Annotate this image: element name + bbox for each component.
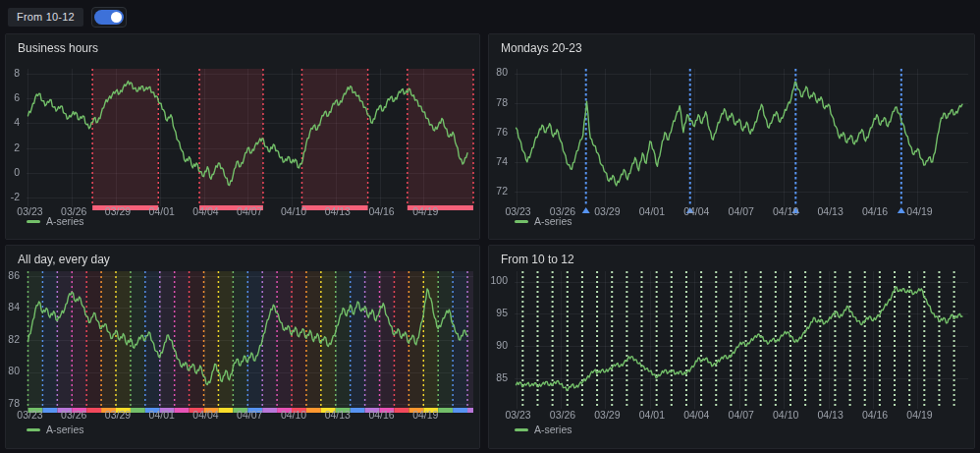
panel-title[interactable]: Business hours: [18, 41, 98, 55]
dashboard-toolbar: From 10-12: [0, 0, 980, 33]
toggle-label-chip: From 10-12: [8, 8, 83, 27]
toggle-knob: [111, 12, 122, 23]
panel-from-10-to-12: From 10 to 12 A-series: [488, 245, 975, 449]
all-day-every-day-chart[interactable]: [6, 246, 479, 448]
from-10-12-toggle[interactable]: [91, 7, 127, 28]
legend-series-swatch: [27, 220, 40, 223]
grafana-dashboard: { "toolbar": { "label": "From 10-12", "t…: [0, 0, 980, 453]
business-hours-chart[interactable]: [6, 34, 479, 239]
panel-mondays-20-23: Mondays 20-23 A-series: [488, 33, 975, 240]
panel-title[interactable]: All day, every day: [18, 253, 110, 266]
legend[interactable]: A-series: [515, 216, 572, 227]
panel-title[interactable]: Mondays 20-23: [501, 41, 582, 55]
legend-series-label: A-series: [534, 216, 572, 227]
panel-all-day-every-day: All day, every day A-series: [5, 245, 480, 449]
panel-business-hours: Business hours A-series: [5, 33, 480, 240]
toggle-track: [94, 10, 124, 25]
legend[interactable]: A-series: [27, 216, 84, 227]
legend-series-label: A-series: [46, 425, 84, 435]
mondays-20-23-chart[interactable]: [489, 34, 974, 239]
legend-series-swatch: [515, 220, 528, 223]
legend[interactable]: A-series: [515, 425, 572, 435]
legend-series-swatch: [515, 428, 528, 431]
legend-series-label: A-series: [534, 425, 572, 435]
legend[interactable]: A-series: [27, 425, 84, 435]
dashboard-grid: Business hours A-series Mondays 20-23 A-…: [5, 33, 975, 449]
legend-series-swatch: [27, 428, 40, 431]
panel-title[interactable]: From 10 to 12: [501, 253, 574, 266]
from-10-to-12-chart[interactable]: [489, 246, 974, 448]
legend-series-label: A-series: [46, 216, 84, 227]
